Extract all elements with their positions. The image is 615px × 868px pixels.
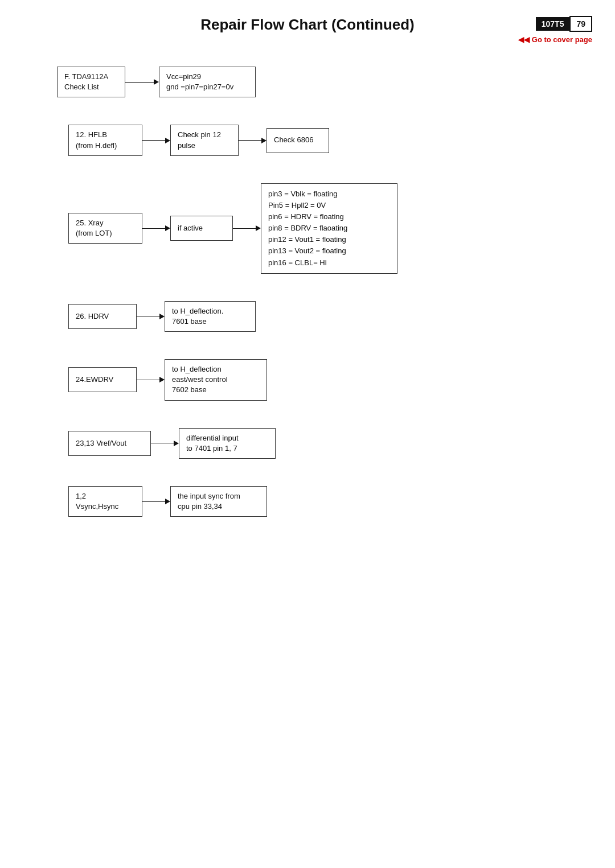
arrowhead-1	[154, 79, 159, 85]
arrowhead-3a	[165, 225, 170, 231]
arrowhead-2a	[165, 138, 170, 143]
cover-link-text: Go to cover page	[532, 35, 592, 44]
box-vcc-text: Vcc=pin29gnd =pin7=pin27=0v	[166, 72, 233, 92]
arrow-7	[142, 499, 170, 504]
box-vsync-text: 1,2Vsync,Hsync	[76, 491, 118, 512]
page-title: Repair Flow Chart (Continued)	[114, 16, 501, 34]
cover-icon: ◀◀	[518, 35, 530, 44]
arrowhead-5	[159, 377, 165, 382]
box-pin-list: pin3 = Vblk = floating Pin5 = Hpll2 = 0V…	[261, 183, 397, 274]
box-h-deflection: to H_deflection.7601 base	[165, 301, 256, 332]
arrow-2a	[142, 138, 170, 143]
box-check-6806: Check 6806	[266, 128, 329, 153]
arrow-6	[151, 441, 179, 446]
box-input-sync: the input sync fromcpu pin 33,34	[170, 486, 267, 517]
arrow-5	[137, 377, 165, 382]
arrowhead-7	[165, 499, 170, 504]
flow-row-1: F. TDA9112ACheck List Vcc=pin29gnd =pin7…	[57, 67, 592, 97]
arrowhead-2b	[261, 138, 266, 143]
box-ewdrv: 24.EWDRV	[68, 367, 137, 392]
box-vsync: 1,2Vsync,Hsync	[68, 486, 142, 517]
flow-row-6: 23,13 Vref/Vout differential inputto 740…	[68, 428, 592, 459]
arrow-4	[137, 314, 165, 319]
box-differential-text: differential inputto 7401 pin 1, 7	[186, 433, 239, 454]
box-check-6806-text: Check 6806	[274, 135, 313, 145]
box-if-active-text: if active	[178, 223, 203, 233]
box-hflb-text: 12. HFLB(from H.defl)	[76, 130, 117, 150]
box-vref: 23,13 Vref/Vout	[68, 431, 151, 456]
box-tda9112a-text: F. TDA9112ACheck List	[64, 72, 108, 92]
arrow-3b	[233, 225, 261, 231]
flow-row-7: 1,2Vsync,Hsync the input sync fromcpu pi…	[68, 486, 592, 517]
box-tda9112a: F. TDA9112ACheck List	[57, 67, 125, 97]
box-check-pin12: Check pin 12pulse	[170, 125, 239, 155]
box-ewdrv-text: 24.EWDRV	[76, 375, 113, 385]
box-if-active: if active	[170, 216, 233, 241]
box-hflb: 12. HFLB(from H.defl)	[68, 125, 142, 155]
box-hdrv: 26. HDRV	[68, 304, 137, 329]
box-input-sync-text: the input sync fromcpu pin 33,34	[178, 491, 240, 512]
arrow-2b	[239, 138, 266, 143]
arrow-3a	[142, 225, 170, 231]
arrowhead-4	[159, 314, 165, 319]
flow-row-5: 24.EWDRV to H_deflectioneast/west contro…	[68, 359, 592, 401]
badge-code: 107T5	[536, 17, 570, 31]
box-check-pin12-text: Check pin 12pulse	[178, 130, 221, 150]
flow-row-4: 26. HDRV to H_deflection.7601 base	[68, 301, 592, 332]
flow-row-2: 12. HFLB(from H.defl) Check pin 12pulse …	[68, 125, 592, 155]
arrow-1	[125, 79, 159, 85]
box-ew-control-text: to H_deflectioneast/west control7602 bas…	[172, 364, 228, 396]
box-hdrv-text: 26. HDRV	[76, 311, 109, 322]
box-xray-text: 25. Xray(from LOT)	[76, 218, 112, 238]
arrowhead-3b	[256, 225, 261, 231]
flow-row-3: 25. Xray(from LOT) if active pin3 = Vblk…	[68, 183, 592, 274]
cover-page-link[interactable]: ◀◀ Go to cover page	[518, 35, 592, 44]
box-xray: 25. Xray(from LOT)	[68, 213, 142, 244]
header-right: 107T5 79 ◀◀ Go to cover page	[501, 16, 592, 44]
arrowhead-6	[174, 441, 179, 446]
box-pin-list-text: pin3 = Vblk = floating Pin5 = Hpll2 = 0V…	[268, 188, 347, 269]
box-vref-text: 23,13 Vref/Vout	[76, 438, 126, 449]
box-h-deflection-text: to H_deflection.7601 base	[172, 306, 223, 327]
badge-num: 79	[569, 16, 592, 32]
page-badge: 107T5 79	[536, 16, 592, 32]
flow-area: F. TDA9112ACheck List Vcc=pin29gnd =pin7…	[0, 55, 615, 556]
box-ew-control: to H_deflectioneast/west control7602 bas…	[165, 359, 267, 401]
box-differential: differential inputto 7401 pin 1, 7	[179, 428, 276, 459]
box-vcc: Vcc=pin29gnd =pin7=pin27=0v	[159, 67, 256, 97]
page-header: Repair Flow Chart (Continued) 107T5 79 ◀…	[0, 0, 615, 44]
